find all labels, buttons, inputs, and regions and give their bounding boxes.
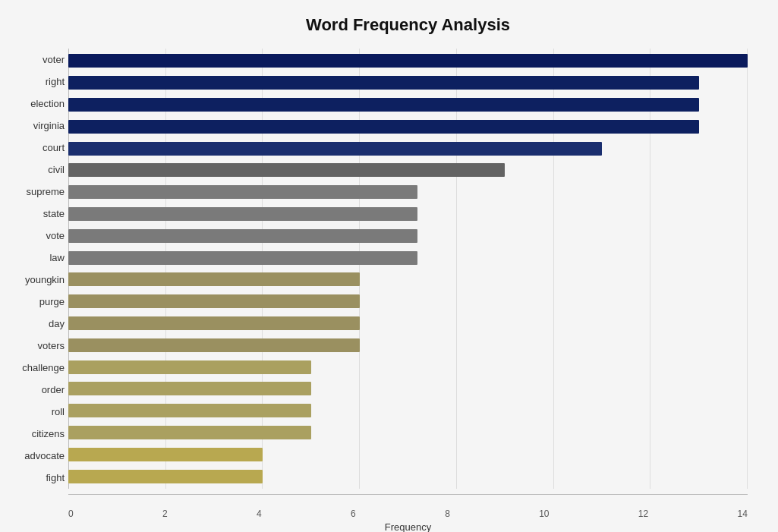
y-label-citizens: citizens [8,429,65,439]
bar-row-purge [68,293,748,310]
bar-row-supreme [68,184,748,200]
bar-row-court [68,140,748,157]
chart-area: voterrightelectionvirginiacourtcivilsupr… [68,49,748,489]
bar-advocate [68,448,263,461]
x-tick-10: 10 [539,508,549,519]
bar-right [68,76,699,90]
bar-row-civil [68,162,748,178]
y-label-advocate: advocate [8,451,65,461]
bars-and-grid: 02468101214 Frequency [68,49,748,489]
bar-state [68,207,417,221]
y-label-voter: voter [8,55,65,65]
y-label-youngkin: youngkin [8,275,65,285]
bar-row-challenge [68,359,748,376]
bar-row-fight [68,468,748,485]
y-label-supreme: supreme [8,187,65,197]
bar-election [68,98,699,112]
x-tick-2: 2 [162,508,168,519]
chart-title: Word Frequency Analysis [68,15,748,35]
bar-virginia [68,120,699,134]
bar-vote [68,229,417,243]
bar-challenge [68,360,311,374]
bar-row-roll [68,402,748,419]
bar-fight [68,470,263,483]
bar-row-virginia [68,118,748,135]
y-label-election: election [8,99,65,109]
bar-roll [68,404,311,417]
y-label-law: law [8,253,65,263]
y-label-challenge: challenge [8,363,65,373]
y-label-court: court [8,143,65,153]
x-tick-4: 4 [257,508,262,519]
y-label-state: state [8,209,65,219]
y-label-right: right [8,77,65,87]
bar-row-youngkin [68,271,748,288]
y-label-roll: roll [8,407,65,417]
bars [68,49,748,489]
bar-row-citizens [68,424,748,441]
bar-law [68,251,417,265]
y-label-voters: voters [8,341,65,351]
x-tick-6: 6 [351,508,356,519]
bar-row-vote [68,228,748,244]
bar-court [68,142,602,156]
x-axis: 02468101214 [68,508,748,519]
bar-row-law [68,250,748,266]
bar-row-election [68,96,748,113]
bar-citizens [68,426,311,439]
y-label-virginia: virginia [8,121,65,131]
x-axis-label: Frequency [385,521,431,532]
bar-row-order [68,380,748,397]
y-label-order: order [8,385,65,395]
y-label-purge: purge [8,297,65,307]
bar-voters [68,338,360,352]
x-tick-12: 12 [638,508,648,519]
x-axis-line [68,494,748,495]
x-tick-14: 14 [738,508,748,519]
y-label-fight: fight [8,473,65,483]
x-tick-0: 0 [68,508,74,519]
x-tick-8: 8 [445,508,450,519]
bar-voter [68,54,748,68]
y-label-vote: vote [8,231,65,241]
bar-row-advocate [68,446,748,463]
bar-day [68,316,360,330]
bar-row-right [68,74,748,91]
chart-container: Word Frequency Analysis voterrightelecti… [0,0,778,532]
y-label-day: day [8,319,65,329]
y-label-civil: civil [8,165,65,175]
bar-row-day [68,315,748,332]
bar-row-voter [68,52,748,69]
bar-youngkin [68,272,360,286]
bar-civil [68,163,505,177]
bar-row-state [68,206,748,222]
bar-purge [68,294,360,308]
bar-row-voters [68,337,748,354]
bar-supreme [68,185,417,199]
bar-order [68,382,311,395]
